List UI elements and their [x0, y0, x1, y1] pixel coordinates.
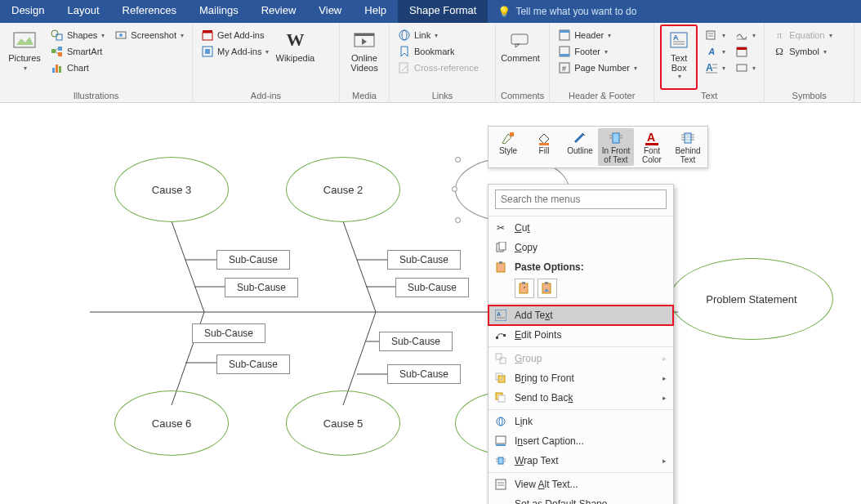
ctx-insert-caption[interactable]: Insert Caption... [488, 431, 673, 451]
date-icon [735, 45, 748, 58]
bookmark-button[interactable]: Bookmark [395, 44, 482, 59]
footer-button[interactable]: Footer▾ [555, 44, 640, 59]
copy-icon [493, 242, 508, 253]
my-addins-button[interactable]: My Add-ins▾ [198, 44, 272, 59]
ctx-paste-options [488, 277, 673, 301]
selection-handle[interactable] [455, 217, 461, 223]
cross-ref-icon [398, 61, 411, 74]
smartart-button[interactable]: SmartArt [47, 44, 108, 59]
online-videos-button[interactable]: Online Videos [345, 25, 384, 89]
object-button[interactable]: ▾ [732, 60, 759, 75]
mini-font-color-button[interactable]: A Font Color [634, 128, 670, 166]
alt-text-icon [493, 479, 508, 490]
mini-outline-button[interactable]: Outline [562, 128, 598, 166]
document-canvas[interactable]: Cause 3 Cause 2 Cause 6 Cause 5 Problem … [0, 103, 861, 504]
group-illustrations: Pictures ▾ Shapes▾ SmartArt Chart [0, 23, 193, 102]
signature-line-button[interactable]: ▾ [732, 28, 759, 42]
date-time-button[interactable] [732, 44, 759, 59]
ctx-search-input[interactable] [495, 190, 667, 209]
sub-cause-box[interactable]: Sub-Cause [225, 278, 298, 297]
edit-points-icon [493, 329, 508, 341]
sub-cause-box[interactable]: Sub-Cause [192, 323, 265, 343]
wikipedia-button[interactable]: W Wikipedia [275, 25, 315, 89]
mini-style-button[interactable]: Style [490, 128, 526, 166]
ctx-cut[interactable]: ✂ Cut [488, 218, 673, 238]
sub-cause-box[interactable]: Sub-Cause [395, 278, 469, 297]
link-icon [493, 416, 508, 427]
group-label-media: Media [345, 89, 384, 102]
ctx-edit-points[interactable]: Edit Points [488, 325, 673, 345]
page-number-button[interactable]: # Page Number▾ [555, 60, 640, 75]
tab-design[interactable]: Design [0, 0, 56, 23]
video-icon [353, 29, 376, 51]
group-links: Link▾ Bookmark Cross-reference Links [390, 23, 496, 102]
text-box-icon: A [667, 29, 690, 51]
mini-behind-button[interactable]: Behind Text [670, 128, 706, 166]
symbol-button[interactable]: Ω Symbol▾ [770, 44, 835, 59]
selection-handle[interactable] [455, 157, 461, 163]
paste-picture-button[interactable] [538, 279, 557, 298]
ctx-copy[interactable]: Copy [488, 238, 673, 257]
symbol-icon: Ω [773, 45, 786, 58]
tab-mailings[interactable]: Mailings [188, 0, 250, 23]
ctx-bring-to-front[interactable]: Bring to Front▸ [488, 368, 673, 388]
sub-cause-box[interactable]: Sub-Cause [216, 355, 290, 374]
cause-5-shape[interactable]: Cause 5 [286, 390, 400, 456]
tab-view[interactable]: View [307, 0, 353, 23]
chevron-down-icon: ▾ [24, 65, 27, 72]
mini-in-front-button[interactable]: In Front of Text [598, 128, 634, 166]
header-button[interactable]: Header▾ [555, 28, 640, 42]
caption-icon [493, 435, 508, 447]
behind-icon [680, 130, 696, 146]
ctx-set-default-shape[interactable]: Set as Default Shape [488, 494, 673, 504]
ctx-wrap-text[interactable]: Wrap Text▸ [488, 451, 673, 471]
link-button[interactable]: Link▾ [395, 28, 482, 42]
svg-rect-9 [52, 68, 55, 73]
sub-cause-box[interactable]: Sub-Cause [379, 332, 453, 351]
drop-cap-button[interactable]: A▾ [702, 60, 729, 75]
svg-text:#: # [562, 65, 566, 73]
pictures-button[interactable]: Pictures ▾ [5, 25, 44, 89]
svg-rect-91 [503, 334, 506, 337]
problem-statement-shape[interactable]: Problem Statement [670, 258, 833, 340]
paste-keep-source-button[interactable] [515, 279, 534, 298]
svg-point-99 [499, 417, 502, 426]
svg-rect-19 [355, 33, 374, 36]
selection-handle[interactable] [452, 186, 457, 192]
ctx-add-text[interactable]: A Add Text [488, 306, 673, 325]
wordart-button[interactable]: A▾ [702, 44, 729, 59]
cause-6-shape[interactable]: Cause 6 [114, 390, 229, 456]
cause-2-shape[interactable]: Cause 2 [286, 157, 400, 222]
tab-shape-format[interactable]: Shape Format [398, 0, 488, 23]
svg-rect-30 [560, 54, 569, 56]
tab-references[interactable]: References [111, 0, 188, 23]
tell-me-search[interactable]: 💡 Tell me what you want to do [488, 0, 646, 23]
tab-layout[interactable]: Layout [56, 0, 110, 23]
sub-cause-box[interactable]: Sub-Cause [387, 364, 461, 384]
tab-review[interactable]: Review [250, 0, 308, 23]
sub-cause-box[interactable]: Sub-Cause [216, 250, 290, 270]
quick-parts-button[interactable]: ▾ [702, 28, 729, 42]
svg-rect-79 [499, 242, 506, 250]
ctx-send-to-back[interactable]: Send to Back▸ [488, 388, 673, 408]
svg-rect-11 [59, 66, 61, 73]
ctx-link[interactable]: Link [488, 412, 673, 431]
chart-button[interactable]: Chart [47, 60, 108, 75]
cut-icon: ✂ [493, 222, 508, 234]
get-addins-button[interactable]: Get Add-ins [198, 28, 272, 42]
text-box-button[interactable]: A Text Box ▾ [661, 25, 697, 89]
screenshot-button[interactable]: Screenshot▾ [111, 28, 187, 42]
sub-cause-box[interactable]: Sub-Cause [387, 250, 461, 270]
cause-3-shape[interactable]: Cause 3 [114, 157, 229, 222]
svg-rect-97 [498, 395, 505, 402]
svg-rect-47 [737, 65, 747, 71]
shapes-button[interactable]: Shapes▾ [47, 28, 108, 42]
ctx-view-alt-text[interactable]: View Alt Text... [488, 475, 673, 494]
svg-text:A: A [673, 33, 679, 42]
tab-help[interactable]: Help [353, 0, 398, 23]
svg-rect-10 [56, 65, 58, 73]
group-icon [493, 353, 508, 364]
mini-fill-button[interactable]: Fill [526, 128, 562, 166]
comment-button[interactable]: Comment [501, 25, 540, 89]
store-icon [201, 29, 214, 42]
